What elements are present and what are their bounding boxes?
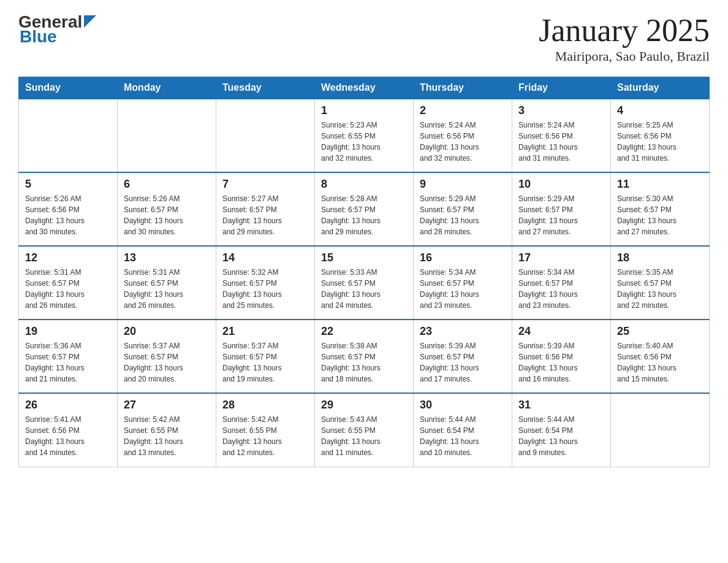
day-info: Sunrise: 5:25 AMSunset: 6:56 PMDaylight:… xyxy=(617,120,703,164)
header-col-tuesday: Tuesday xyxy=(216,77,315,99)
day-cell: 12Sunrise: 5:31 AMSunset: 6:57 PMDayligh… xyxy=(19,246,118,320)
day-info: Sunrise: 5:43 AMSunset: 6:55 PMDaylight:… xyxy=(321,414,407,458)
day-cell: 7Sunrise: 5:27 AMSunset: 6:57 PMDaylight… xyxy=(216,172,315,246)
logo: General Blue xyxy=(18,12,96,47)
day-info: Sunrise: 5:44 AMSunset: 6:54 PMDaylight:… xyxy=(518,414,604,458)
day-number: 3 xyxy=(518,104,604,117)
logo-triangle-icon xyxy=(84,15,96,28)
day-cell: 15Sunrise: 5:33 AMSunset: 6:57 PMDayligh… xyxy=(315,246,414,320)
day-number: 15 xyxy=(321,251,407,264)
day-info: Sunrise: 5:29 AMSunset: 6:57 PMDaylight:… xyxy=(420,193,506,237)
week-row-1: 5Sunrise: 5:26 AMSunset: 6:56 PMDaylight… xyxy=(19,172,710,246)
header-col-friday: Friday xyxy=(512,77,611,99)
day-number: 14 xyxy=(222,251,308,264)
day-number: 8 xyxy=(321,178,407,191)
day-cell: 21Sunrise: 5:37 AMSunset: 6:57 PMDayligh… xyxy=(216,320,315,393)
day-number: 11 xyxy=(617,178,703,191)
header-col-sunday: Sunday xyxy=(19,77,118,99)
day-cell: 1Sunrise: 5:23 AMSunset: 6:55 PMDaylight… xyxy=(315,99,414,172)
day-cell: 24Sunrise: 5:39 AMSunset: 6:56 PMDayligh… xyxy=(512,320,611,393)
week-row-4: 26Sunrise: 5:41 AMSunset: 6:56 PMDayligh… xyxy=(19,393,710,467)
day-number: 28 xyxy=(222,399,308,412)
day-number: 27 xyxy=(124,399,210,412)
day-info: Sunrise: 5:37 AMSunset: 6:57 PMDaylight:… xyxy=(222,340,308,385)
day-info: Sunrise: 5:26 AMSunset: 6:56 PMDaylight:… xyxy=(25,193,111,237)
header-col-thursday: Thursday xyxy=(414,77,512,99)
header-col-wednesday: Wednesday xyxy=(315,77,414,99)
day-number: 23 xyxy=(420,325,506,338)
day-number: 29 xyxy=(321,399,407,412)
day-cell: 28Sunrise: 5:42 AMSunset: 6:55 PMDayligh… xyxy=(216,393,315,467)
day-number: 13 xyxy=(124,251,210,264)
day-info: Sunrise: 5:26 AMSunset: 6:57 PMDaylight:… xyxy=(124,193,210,237)
day-number: 19 xyxy=(25,325,111,338)
day-info: Sunrise: 5:34 AMSunset: 6:57 PMDaylight:… xyxy=(420,267,506,311)
day-number: 1 xyxy=(321,104,407,117)
day-number: 20 xyxy=(124,325,210,338)
day-number: 18 xyxy=(617,251,703,264)
title-block: January 2025 Mairipora, Sao Paulo, Brazi… xyxy=(539,12,710,64)
day-info: Sunrise: 5:42 AMSunset: 6:55 PMDaylight:… xyxy=(222,414,308,458)
day-cell: 13Sunrise: 5:31 AMSunset: 6:57 PMDayligh… xyxy=(118,246,216,320)
page-header: General Blue January 2025 Mairipora, Sao… xyxy=(18,12,710,64)
day-number: 16 xyxy=(420,251,506,264)
day-info: Sunrise: 5:27 AMSunset: 6:57 PMDaylight:… xyxy=(222,193,308,237)
day-number: 9 xyxy=(420,178,506,191)
day-number: 26 xyxy=(25,399,111,412)
week-row-2: 12Sunrise: 5:31 AMSunset: 6:57 PMDayligh… xyxy=(19,246,710,320)
day-number: 24 xyxy=(518,325,604,338)
calendar-table: SundayMondayTuesdayWednesdayThursdayFrid… xyxy=(18,77,710,467)
week-row-3: 19Sunrise: 5:36 AMSunset: 6:57 PMDayligh… xyxy=(19,320,710,393)
day-cell: 10Sunrise: 5:29 AMSunset: 6:57 PMDayligh… xyxy=(512,172,611,246)
day-cell xyxy=(19,99,118,172)
day-cell: 4Sunrise: 5:25 AMSunset: 6:56 PMDaylight… xyxy=(611,99,710,172)
day-info: Sunrise: 5:39 AMSunset: 6:57 PMDaylight:… xyxy=(420,340,506,385)
header-col-saturday: Saturday xyxy=(611,77,710,99)
day-info: Sunrise: 5:41 AMSunset: 6:56 PMDaylight:… xyxy=(25,414,111,458)
logo-blue-text: Blue xyxy=(20,27,57,47)
day-info: Sunrise: 5:32 AMSunset: 6:57 PMDaylight:… xyxy=(222,267,308,311)
day-cell: 14Sunrise: 5:32 AMSunset: 6:57 PMDayligh… xyxy=(216,246,315,320)
day-number: 22 xyxy=(321,325,407,338)
day-cell xyxy=(216,99,315,172)
day-cell: 3Sunrise: 5:24 AMSunset: 6:56 PMDaylight… xyxy=(512,99,611,172)
header-col-monday: Monday xyxy=(118,77,216,99)
day-number: 17 xyxy=(518,251,604,264)
day-cell: 17Sunrise: 5:34 AMSunset: 6:57 PMDayligh… xyxy=(512,246,611,320)
day-number: 21 xyxy=(222,325,308,338)
day-info: Sunrise: 5:40 AMSunset: 6:56 PMDaylight:… xyxy=(617,340,703,385)
day-info: Sunrise: 5:42 AMSunset: 6:55 PMDaylight:… xyxy=(124,414,210,458)
day-cell: 31Sunrise: 5:44 AMSunset: 6:54 PMDayligh… xyxy=(512,393,611,467)
day-info: Sunrise: 5:24 AMSunset: 6:56 PMDaylight:… xyxy=(518,120,604,164)
day-info: Sunrise: 5:30 AMSunset: 6:57 PMDaylight:… xyxy=(617,193,703,237)
day-info: Sunrise: 5:23 AMSunset: 6:55 PMDaylight:… xyxy=(321,120,407,164)
day-cell: 6Sunrise: 5:26 AMSunset: 6:57 PMDaylight… xyxy=(118,172,216,246)
day-cell: 16Sunrise: 5:34 AMSunset: 6:57 PMDayligh… xyxy=(414,246,512,320)
day-cell: 11Sunrise: 5:30 AMSunset: 6:57 PMDayligh… xyxy=(611,172,710,246)
day-info: Sunrise: 5:31 AMSunset: 6:57 PMDaylight:… xyxy=(25,267,111,311)
day-cell: 19Sunrise: 5:36 AMSunset: 6:57 PMDayligh… xyxy=(19,320,118,393)
day-cell: 30Sunrise: 5:44 AMSunset: 6:54 PMDayligh… xyxy=(414,393,512,467)
day-cell: 9Sunrise: 5:29 AMSunset: 6:57 PMDaylight… xyxy=(414,172,512,246)
day-info: Sunrise: 5:31 AMSunset: 6:57 PMDaylight:… xyxy=(124,267,210,311)
day-info: Sunrise: 5:38 AMSunset: 6:57 PMDaylight:… xyxy=(321,340,407,385)
day-number: 31 xyxy=(518,399,604,412)
day-cell: 22Sunrise: 5:38 AMSunset: 6:57 PMDayligh… xyxy=(315,320,414,393)
day-info: Sunrise: 5:35 AMSunset: 6:57 PMDaylight:… xyxy=(617,267,703,311)
day-number: 7 xyxy=(222,178,308,191)
day-info: Sunrise: 5:29 AMSunset: 6:57 PMDaylight:… xyxy=(518,193,604,237)
day-number: 2 xyxy=(420,104,506,117)
week-row-0: 1Sunrise: 5:23 AMSunset: 6:55 PMDaylight… xyxy=(19,99,710,172)
day-info: Sunrise: 5:24 AMSunset: 6:56 PMDaylight:… xyxy=(420,120,506,164)
day-cell: 26Sunrise: 5:41 AMSunset: 6:56 PMDayligh… xyxy=(19,393,118,467)
day-cell xyxy=(611,393,710,467)
day-cell: 18Sunrise: 5:35 AMSunset: 6:57 PMDayligh… xyxy=(611,246,710,320)
day-cell: 25Sunrise: 5:40 AMSunset: 6:56 PMDayligh… xyxy=(611,320,710,393)
day-cell: 20Sunrise: 5:37 AMSunset: 6:57 PMDayligh… xyxy=(118,320,216,393)
day-info: Sunrise: 5:39 AMSunset: 6:56 PMDaylight:… xyxy=(518,340,604,385)
day-number: 6 xyxy=(124,178,210,191)
day-info: Sunrise: 5:34 AMSunset: 6:57 PMDaylight:… xyxy=(518,267,604,311)
day-cell: 5Sunrise: 5:26 AMSunset: 6:56 PMDaylight… xyxy=(19,172,118,246)
day-number: 10 xyxy=(518,178,604,191)
day-cell: 8Sunrise: 5:28 AMSunset: 6:57 PMDaylight… xyxy=(315,172,414,246)
